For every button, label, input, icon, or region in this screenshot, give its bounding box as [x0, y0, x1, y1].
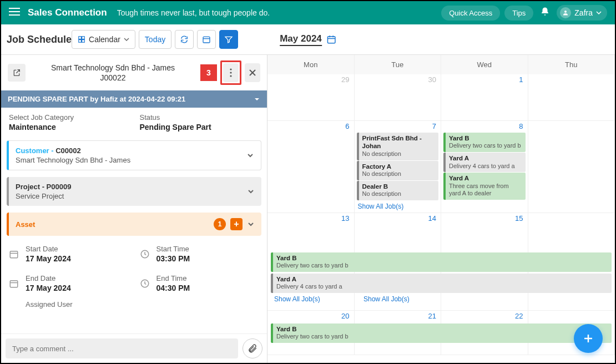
close-panel-button[interactable] — [245, 63, 260, 82]
status-banner[interactable]: PENDING SPARE PART by Hafiz at 2024-04-2… — [1, 90, 267, 108]
dots-vertical-icon — [230, 68, 232, 77]
svg-rect-11 — [82, 40, 85, 43]
status-label: Status — [140, 113, 260, 122]
status-value: Pending Spare Part — [140, 123, 260, 132]
step-callout: 3 — [200, 64, 217, 81]
calendar-event-span[interactable]: Yard BDelivery two cars to yard b — [271, 252, 612, 272]
svg-rect-9 — [82, 37, 85, 39]
calendar-event[interactable]: Yard ADelivery 4 cars to yard a — [443, 153, 526, 172]
calendar-icon-button[interactable] — [197, 30, 216, 49]
add-asset-button[interactable]: + — [230, 218, 243, 230]
comment-input[interactable] — [6, 338, 238, 358]
external-link-icon — [12, 68, 21, 77]
highlight-frame — [220, 60, 241, 85]
start-datetime-row: Start Date 17 May 2024 Start Time 03:30 … — [1, 239, 267, 269]
calendar-cell[interactable]: 7 PrintFast Sdn Bhd - JohanNo descriptio… — [355, 121, 442, 213]
end-datetime-row: End Date 17 May 2024 End Time 04:30 PM — [1, 269, 267, 298]
filter-icon — [224, 35, 233, 44]
menu-icon[interactable] — [9, 7, 20, 18]
chevron-down-icon — [247, 188, 255, 195]
main-content: Smart Technology Sdn Bhd - James J00022 … — [1, 55, 615, 363]
avatar-icon — [560, 7, 571, 18]
tips-button[interactable]: Tips — [504, 6, 533, 21]
svg-rect-22 — [10, 280, 18, 287]
app-header: Sales Connection Tough times never last,… — [1, 1, 615, 24]
assigned-user-row: Assigned User — [1, 298, 267, 315]
day-header: Wed — [441, 55, 528, 74]
brand-label: Sales Connection — [28, 7, 107, 18]
calendar-cell[interactable]: 8 Yard BDelivery two cars to yard b Yard… — [441, 121, 528, 213]
user-menu[interactable]: Zafra — [557, 5, 607, 21]
caret-down-icon — [254, 96, 260, 103]
calendar-view-button[interactable]: Calendar — [72, 30, 135, 49]
more-menu-button[interactable] — [223, 63, 239, 82]
show-all-link[interactable]: Show All Job(s) — [272, 294, 322, 304]
calendar-icon — [9, 249, 19, 259]
category-status-row: Select Job Category Maintenance Status P… — [1, 108, 267, 137]
bell-icon[interactable] — [540, 7, 550, 19]
show-all-link[interactable]: Show All Job(s) — [361, 294, 412, 304]
grid-icon — [78, 36, 85, 43]
view-actions: Calendar Today — [72, 30, 238, 49]
day-header: Tue — [355, 55, 442, 74]
tagline: Tough times never last, but tough people… — [117, 8, 270, 17]
refresh-icon — [180, 35, 189, 44]
asset-count-badge: 1 — [214, 218, 226, 230]
svg-point-15 — [230, 72, 231, 73]
calendar-event[interactable]: Dealer BNo description — [357, 181, 439, 200]
svg-point-14 — [230, 68, 231, 70]
calendar-event[interactable]: Yard AThree cars move from yard A to dea… — [443, 173, 526, 200]
calendar-event[interactable]: Yard BDelivery two cars to yard b — [443, 133, 526, 152]
month-selector[interactable]: May 2024 — [280, 33, 336, 46]
calendar-picker-icon — [326, 34, 336, 44]
calendar-cell[interactable]: 1 — [441, 74, 528, 120]
fab-add-button[interactable] — [574, 324, 603, 353]
header-actions: Quick Access Tips Zafra — [441, 5, 607, 21]
calendar-cell[interactable] — [528, 121, 615, 213]
day-header: Mon — [267, 55, 355, 74]
quick-access-button[interactable]: Quick Access — [441, 6, 500, 21]
calendar-cell[interactable] — [528, 74, 615, 120]
refresh-button[interactable] — [175, 30, 194, 49]
customer-card[interactable]: Customer - C00002 Smart Technology Sdn B… — [7, 140, 261, 170]
popout-button[interactable] — [8, 64, 26, 82]
today-button[interactable]: Today — [139, 30, 171, 49]
svg-rect-12 — [203, 37, 210, 43]
clock-icon — [140, 249, 150, 259]
calendar-event[interactable]: Factory ANo description — [357, 161, 439, 180]
calendar-cell[interactable]: 30 — [355, 74, 442, 120]
filter-button[interactable] — [219, 30, 238, 49]
calendar-icon — [9, 279, 19, 289]
category-value: Maintenance — [9, 123, 129, 132]
panel-header: Smart Technology Sdn Bhd - James J00022 … — [1, 55, 267, 90]
svg-rect-8 — [79, 37, 82, 39]
panel-title: Smart Technology Sdn Bhd - James J00022 — [31, 63, 195, 83]
calendar-icon — [202, 35, 211, 44]
asset-card[interactable]: Asset 1 + — [7, 213, 261, 236]
day-header: Thu — [528, 55, 615, 74]
calendar-event-span[interactable]: Yard BDelivery two cars to yard b — [271, 323, 612, 343]
calendar-event[interactable]: PrintFast Sdn Bhd - JohanNo description — [357, 133, 439, 160]
calendar-cell[interactable]: 29 — [267, 74, 355, 120]
toolbar: Job Schedule May 2024 Calendar Today — [1, 24, 615, 55]
chevron-down-icon — [247, 220, 255, 228]
close-icon — [249, 69, 256, 77]
attach-button[interactable] — [243, 338, 262, 358]
calendar-grid: Mon Tue Wed Thu 29 30 1 6 7 PrintFast Sd… — [267, 55, 615, 363]
svg-rect-19 — [10, 251, 18, 257]
calendar-event-span[interactable]: Yard ADelivery 4 cars to yard a — [271, 274, 612, 293]
calendar-header: Mon Tue Wed Thu — [267, 55, 615, 74]
paperclip-icon — [248, 343, 257, 353]
detail-panel: Smart Technology Sdn Bhd - James J00022 … — [1, 55, 267, 363]
user-name: Zafra — [574, 8, 593, 17]
show-all-link[interactable]: Show All Job(s) — [356, 201, 406, 211]
svg-rect-4 — [327, 37, 335, 43]
chevron-down-icon — [596, 10, 602, 16]
chevron-down-icon — [124, 37, 129, 42]
category-label: Select Job Category — [9, 113, 129, 122]
page-title: Job Schedule — [7, 34, 72, 46]
project-card[interactable]: Project - P00009 Service Project — [7, 177, 261, 206]
calendar-cell[interactable]: 6 — [267, 121, 355, 213]
clock-icon — [140, 279, 150, 289]
svg-point-16 — [230, 75, 231, 77]
